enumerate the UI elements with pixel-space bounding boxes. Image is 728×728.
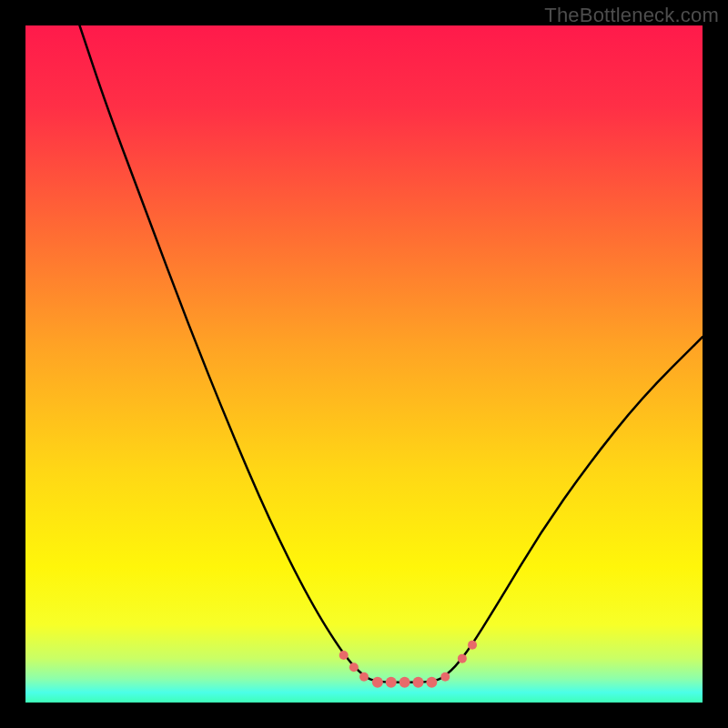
marker-dot (468, 641, 477, 650)
chart-frame: TheBottleneck.com (0, 0, 728, 728)
chart-svg (25, 25, 703, 703)
marker-dot (349, 662, 359, 672)
marker-dot (339, 651, 349, 660)
marker-dot (458, 654, 467, 663)
marker-dot (440, 672, 450, 682)
marker-dot (386, 677, 397, 688)
plot-area (25, 25, 703, 703)
gradient-background (25, 25, 703, 703)
marker-dot (426, 677, 437, 688)
marker-dot (399, 677, 410, 688)
watermark-text: TheBottleneck.com (544, 4, 719, 27)
marker-dot (413, 677, 424, 688)
marker-dot (359, 672, 369, 682)
marker-dot (372, 677, 383, 688)
